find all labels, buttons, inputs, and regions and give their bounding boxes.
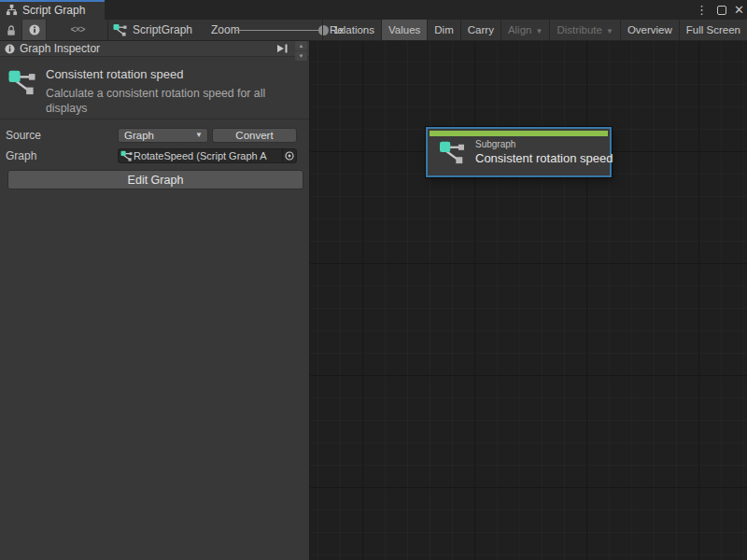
- node-kind-label: Subgraph: [475, 139, 613, 149]
- chevron-down-icon: ▼: [195, 129, 203, 142]
- tab-script-graph[interactable]: Script Graph: [0, 0, 105, 20]
- window-menu-icon[interactable]: ⋮: [694, 0, 710, 20]
- node-body: Subgraph Consistent rotation speed: [428, 136, 610, 165]
- toolbar-button-distribute[interactable]: Distribute▼: [549, 20, 620, 40]
- toolbar-button-overview[interactable]: Overview: [620, 20, 679, 40]
- graph-canvas[interactable]: Subgraph Consistent rotation speed: [310, 41, 747, 560]
- source-row: Source Graph ▼ Convert: [0, 128, 309, 143]
- object-picker-icon[interactable]: [282, 149, 296, 162]
- node-title: Consistent rotation speed: [475, 151, 613, 165]
- window-controls: ⋮ ✕: [694, 0, 744, 20]
- subgraph-icon: [439, 140, 465, 164]
- subgraph-icon: [120, 150, 133, 161]
- breadcrumb[interactable]: ScriptGraph: [113, 20, 192, 40]
- convert-button[interactable]: Convert: [212, 128, 297, 143]
- info-icon: [5, 44, 15, 54]
- graph-description: Calculate a consistent rotation speed fo…: [46, 87, 292, 117]
- script-graph-window: Script Graph ⋮ ✕: [0, 0, 747, 560]
- chevron-down-icon: ▼: [606, 27, 613, 35]
- graph-field-label: Graph: [6, 148, 36, 163]
- graph-inspector-header: Graph Inspector: [0, 41, 309, 57]
- tab-bar: Script Graph ⋮ ✕: [0, 0, 747, 20]
- breadcrumb-label: ScriptGraph: [133, 23, 192, 36]
- graph-row: Graph RotateSpeed (Script Graph A: [0, 148, 309, 163]
- graph-summary: Consistent rotation speed Calculate a co…: [0, 57, 309, 119]
- tab-title: Script Graph: [22, 4, 85, 17]
- graph-inspector-panel: Graph Inspector ▲ ▼: [0, 41, 310, 560]
- dock-panel-icon[interactable]: [275, 43, 289, 54]
- subgraph-node[interactable]: Subgraph Consistent rotation speed: [426, 127, 612, 177]
- zoom-slider-track[interactable]: [236, 30, 327, 31]
- source-dropdown[interactable]: Graph ▼: [118, 128, 208, 143]
- toolbar-separator: [107, 20, 108, 40]
- toolbar-button-align[interactable]: Align▼: [500, 20, 550, 40]
- graph-title: Consistent rotation speed: [46, 67, 292, 81]
- graph-object-field[interactable]: RotateSpeed (Script Graph A: [118, 148, 297, 163]
- close-icon[interactable]: ✕: [734, 3, 744, 17]
- edit-graph-button[interactable]: Edit Graph: [7, 170, 303, 189]
- graph-object-value: RotateSpeed (Script Graph A: [134, 150, 282, 161]
- code-icon: <×>: [70, 25, 84, 35]
- lock-button[interactable]: [2, 20, 21, 40]
- toolbar-button-dim[interactable]: Dim: [427, 20, 459, 40]
- graph-toolbar: <×> ScriptGraph Zoom 1x Relations Values…: [0, 20, 747, 41]
- code-view-button[interactable]: <×>: [62, 20, 93, 40]
- maximize-icon[interactable]: [717, 6, 726, 15]
- toolbar-button-values[interactable]: Values: [381, 20, 427, 40]
- graph-window-icon: [6, 4, 18, 16]
- subgraph-icon: [113, 23, 127, 36]
- toolbar-button-relations[interactable]: Relations: [322, 20, 381, 40]
- info-icon: [29, 24, 40, 35]
- toolbar-toggle-group: Relations Values Dim Carry Align▼ Distri…: [322, 20, 747, 40]
- scroll-up-icon[interactable]: ▲: [295, 41, 307, 50]
- subgraph-icon: [7, 69, 36, 95]
- toolbar-button-full-screen[interactable]: Full Screen: [679, 20, 747, 40]
- toolbar-button-carry[interactable]: Carry: [460, 20, 500, 40]
- graph-inspector-title: Graph Inspector: [20, 42, 271, 55]
- graph-inspector-toggle-button[interactable]: [21, 20, 47, 40]
- chevron-down-icon: ▼: [535, 27, 543, 35]
- source-label: Source: [6, 128, 41, 143]
- lock-icon: [6, 24, 17, 36]
